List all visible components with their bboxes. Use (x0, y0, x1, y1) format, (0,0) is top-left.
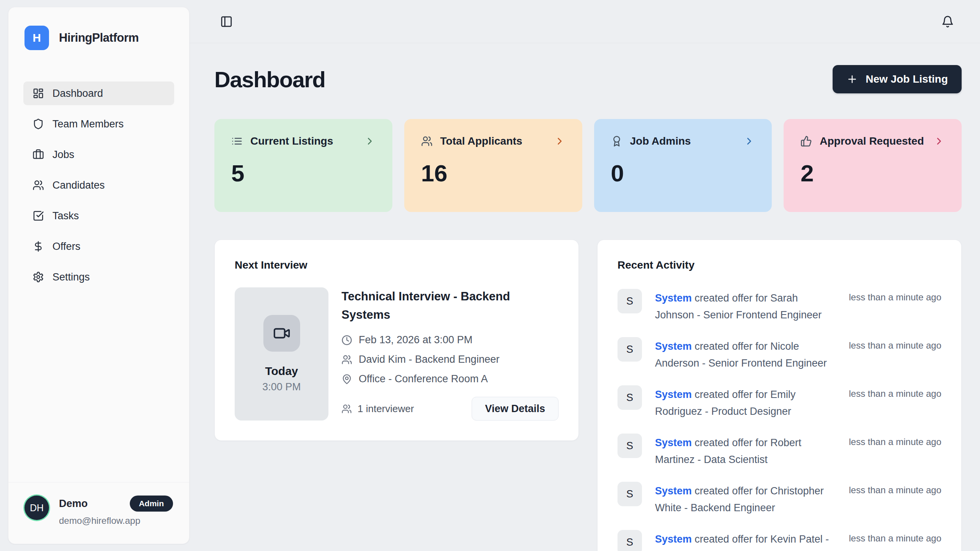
users-icon (33, 179, 44, 191)
activity-actor-link[interactable]: System (655, 533, 692, 545)
briefcase-icon (33, 149, 44, 160)
list-icon (231, 135, 243, 147)
activity-message: System created offer for Sarah Johnson -… (655, 289, 836, 323)
sidebar-item-label: Candidates (52, 179, 105, 191)
activity-avatar: S (617, 337, 642, 362)
user-name: Demo (59, 498, 88, 510)
activity-actor-link[interactable]: System (655, 292, 692, 304)
video-icon (263, 315, 300, 352)
activity-message: System created offer for Kevin Patel - D… (655, 530, 836, 551)
brand-logo-icon: H (24, 26, 49, 50)
map-pin-icon (341, 374, 352, 385)
activity-actor-link[interactable]: System (655, 437, 692, 448)
stat-label: Total Applicants (440, 135, 523, 147)
sidebar-item-settings[interactable]: Settings (23, 265, 174, 289)
activity-avatar: S (617, 530, 642, 551)
main-area: Dashboard New Job Listing Current Listin… (189, 0, 980, 551)
plus-icon (846, 73, 858, 85)
activity-item: S System created offer for Sarah Johnson… (617, 289, 941, 323)
brand-name: HiringPlatform (59, 31, 139, 45)
chevron-right-icon (933, 135, 945, 147)
activity-message: System created offer for Emily Rodriguez… (655, 385, 836, 420)
sidebar-item-offers[interactable]: Offers (23, 235, 174, 258)
activity-item: S System created offer for Kevin Patel -… (617, 530, 941, 551)
stat-card-current-listings[interactable]: Current Listings 5 (214, 119, 392, 212)
activity-timestamp: less than a minute ago (849, 434, 942, 447)
stat-value: 0 (611, 160, 755, 187)
settings-icon (33, 271, 44, 283)
activity-item: S System created offer for Emily Rodrigu… (617, 385, 941, 420)
chevron-right-icon (743, 135, 755, 147)
activity-avatar: S (617, 482, 642, 506)
sidebar-item-tasks[interactable]: Tasks (23, 204, 174, 228)
activity-message: System created offer for Nicole Anderson… (655, 337, 836, 372)
sidebar-item-label: Dashboard (52, 88, 103, 99)
chevron-right-icon (364, 135, 376, 147)
activity-avatar: S (617, 434, 642, 458)
sidebar-item-jobs[interactable]: Jobs (23, 143, 174, 166)
interview-location: Office - Conference Room A (359, 373, 488, 385)
brand: H HiringPlatform (8, 7, 189, 50)
users-icon (341, 404, 352, 414)
activity-item: S System created offer for Christopher W… (617, 482, 941, 516)
user-avatar: DH (24, 496, 49, 520)
sidebar-item-label: Jobs (52, 149, 74, 161)
interview-day: Today (265, 365, 298, 378)
stats-row: Current Listings 5 Total Applicants (214, 119, 962, 212)
activity-timestamp: less than a minute ago (849, 337, 942, 351)
activity-timestamp: less than a minute ago (849, 289, 942, 303)
interview-date-tile: Today 3:00 PM (235, 287, 328, 421)
activity-list: S System created offer for Sarah Johnson… (617, 289, 941, 551)
sidebar-item-label: Tasks (52, 210, 79, 222)
dashboard-content: Dashboard New Job Listing Current Listin… (189, 65, 980, 551)
activity-message: System created offer for Christopher Whi… (655, 482, 836, 516)
interview-time: 3:00 PM (262, 381, 301, 393)
sidebar-nav: Dashboard Team Members Jobs Candidates T… (8, 82, 189, 289)
activity-message: System created offer for Robert Martinez… (655, 434, 836, 468)
users-icon (421, 135, 433, 147)
interview-title: Technical Interview - Backend Systems (341, 287, 525, 324)
activity-actor-link[interactable]: System (655, 389, 692, 400)
thumbs-up-icon (800, 135, 812, 147)
sidebar-item-dashboard[interactable]: Dashboard (23, 82, 174, 105)
stat-label: Job Admins (630, 135, 691, 147)
activity-timestamp: less than a minute ago (849, 385, 942, 399)
bell-icon (941, 15, 954, 28)
activity-item: S System created offer for Nicole Anders… (617, 337, 941, 372)
sidebar-item-candidates[interactable]: Candidates (23, 173, 174, 197)
activity-timestamp: less than a minute ago (849, 530, 942, 544)
activity-avatar: S (617, 289, 642, 313)
sidebar-item-label: Settings (52, 271, 90, 283)
sidebar-toggle-button[interactable] (220, 15, 233, 28)
stat-value: 16 (421, 160, 565, 187)
user-email: demo@hireflow.app (59, 515, 173, 526)
shield-icon (33, 118, 44, 130)
activity-item: S System created offer for Robert Martin… (617, 434, 941, 468)
activity-actor-link[interactable]: System (655, 485, 692, 497)
role-badge: Admin (130, 496, 173, 512)
square-check-icon (33, 210, 44, 222)
stat-card-job-admins[interactable]: Job Admins 0 (594, 119, 772, 212)
panel-left-icon (220, 15, 233, 28)
activity-timestamp: less than a minute ago (849, 482, 942, 496)
user-menu[interactable]: DH Demo Admin demo@hireflow.app (8, 482, 189, 544)
stat-card-total-applicants[interactable]: Total Applicants 16 (404, 119, 582, 212)
next-interview-title: Next Interview (235, 259, 559, 271)
users-icon (341, 354, 352, 365)
user-info: Demo Admin demo@hireflow.app (59, 496, 173, 526)
new-job-listing-button[interactable]: New Job Listing (833, 65, 962, 93)
stat-value: 2 (800, 160, 945, 187)
sidebar-item-team-members[interactable]: Team Members (23, 112, 174, 136)
clock-icon (341, 335, 352, 346)
sidebar-item-label: Offers (52, 241, 80, 253)
activity-actor-link[interactable]: System (655, 341, 692, 352)
interview-interviewer: David Kim - Backend Engineer (359, 354, 500, 365)
stat-value: 5 (231, 160, 376, 187)
recent-activity-title: Recent Activity (617, 259, 941, 271)
stat-card-approval-requested[interactable]: Approval Requested 2 (784, 119, 962, 212)
sidebar: H HiringPlatform Dashboard Team Members … (8, 7, 189, 544)
view-details-button[interactable]: View Details (472, 397, 559, 421)
notifications-button[interactable] (941, 15, 954, 28)
page-title: Dashboard (214, 67, 325, 92)
dollar-sign-icon (33, 241, 44, 252)
